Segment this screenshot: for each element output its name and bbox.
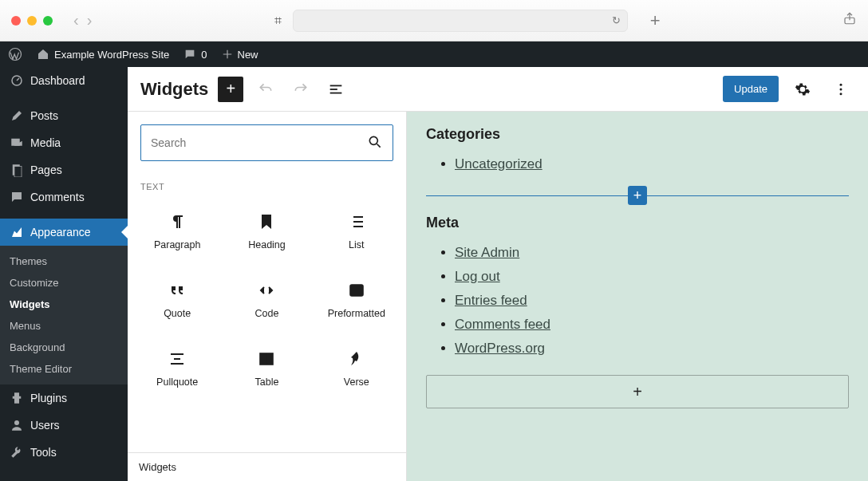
inserter-breadcrumb[interactable]: Widgets <box>128 452 406 481</box>
sidebar-label: Users <box>30 419 60 432</box>
block-inserter: TEXT Paragraph Heading List <box>128 112 407 481</box>
comments-count: 0 <box>201 49 207 61</box>
sidebar-item-plugins[interactable]: Plugins <box>0 384 128 412</box>
sidebar-item-users[interactable]: Users <box>0 412 128 439</box>
sidebar-item-pages[interactable]: Pages <box>0 156 128 183</box>
sidebar-item-posts[interactable]: Posts <box>0 102 128 129</box>
link-entries-feed[interactable]: Entries feed <box>455 293 527 308</box>
sidebar-item-tools[interactable]: Tools <box>0 439 128 466</box>
meta-list: Site Admin Log out Entries feed Comments… <box>426 241 849 361</box>
forward-icon[interactable]: › <box>87 11 93 30</box>
bookmark-icon <box>257 212 276 231</box>
new-content-link[interactable]: New <box>222 49 258 61</box>
list-icon <box>347 212 366 231</box>
insert-block-inline-button[interactable]: + <box>628 186 647 205</box>
svg-point-6 <box>14 420 19 425</box>
search-input[interactable] <box>151 136 367 149</box>
search-field-wrapper[interactable] <box>140 124 393 161</box>
submenu-menus[interactable]: Menus <box>0 315 128 337</box>
wp-logo-icon[interactable] <box>8 47 22 61</box>
search-icon <box>367 134 383 152</box>
sidebar-label: Comments <box>30 191 85 203</box>
block-label: Pullquote <box>156 377 198 388</box>
window-controls <box>11 16 53 26</box>
block-code[interactable]: Code <box>222 265 311 333</box>
block-quote[interactable]: Quote <box>132 265 222 333</box>
wp-admin-bar: Example WordPress Site 0 New <box>0 41 868 67</box>
apps-grid-icon[interactable]: ⌗ <box>274 14 282 28</box>
admin-sidebar: Dashboard Posts Media Pages Comments App… <box>0 67 128 481</box>
settings-button[interactable] <box>788 75 817 104</box>
list-item: Entries feed <box>455 289 849 313</box>
update-button[interactable]: Update <box>723 76 779 102</box>
block-label: Table <box>255 377 279 388</box>
minimize-window-icon[interactable] <box>27 16 37 26</box>
sidebar-label: Pages <box>30 164 62 176</box>
browser-chrome: ‹ › ⌗ ↻ + <box>0 0 868 41</box>
more-options-button[interactable] <box>827 75 855 104</box>
widget-heading-categories: Categories <box>426 126 849 143</box>
svg-point-9 <box>840 93 842 95</box>
block-verse[interactable]: Verse <box>312 333 401 402</box>
link-uncategorized[interactable]: Uncategorized <box>455 156 542 172</box>
block-insertion-point: + <box>426 186 849 205</box>
svg-rect-5 <box>14 167 22 178</box>
block-label: Preformatted <box>328 308 385 319</box>
widget-heading-meta: Meta <box>426 215 849 231</box>
block-table[interactable]: Table <box>222 333 311 402</box>
svg-point-7 <box>840 83 842 85</box>
sidebar-label: Tools <box>30 446 57 459</box>
submenu-widgets[interactable]: Widgets <box>0 294 128 315</box>
sidebar-label: Media <box>30 136 61 149</box>
appearance-submenu: Themes Customize Widgets Menus Backgroun… <box>0 246 128 384</box>
site-home-link[interactable]: Example WordPress Site <box>37 48 169 61</box>
sidebar-item-appearance[interactable]: Appearance <box>0 219 128 246</box>
address-bar[interactable]: ↻ <box>293 10 628 32</box>
link-wporg[interactable]: WordPress.org <box>455 341 545 356</box>
categories-list: Uncategorized <box>426 152 849 176</box>
close-window-icon[interactable] <box>11 16 21 26</box>
link-comments-feed[interactable]: Comments feed <box>455 317 550 332</box>
maximize-window-icon[interactable] <box>43 16 53 26</box>
list-view-button[interactable] <box>323 77 349 102</box>
submenu-theme-editor[interactable]: Theme Editor <box>0 358 128 380</box>
sidebar-item-media[interactable]: Media <box>0 129 128 156</box>
share-icon[interactable] <box>842 11 857 30</box>
block-group-label: TEXT <box>128 174 406 196</box>
link-site-admin[interactable]: Site Admin <box>455 245 519 260</box>
block-preformatted[interactable]: Preformatted <box>312 265 401 333</box>
comments-link[interactable]: 0 <box>183 48 207 61</box>
svg-point-8 <box>840 88 842 90</box>
block-list[interactable]: List <box>312 196 401 265</box>
block-label: List <box>349 239 364 250</box>
link-logout[interactable]: Log out <box>455 269 500 284</box>
editor-toolbar: Widgets + Update <box>128 67 868 112</box>
sidebar-label: Dashboard <box>30 74 85 87</box>
block-pullquote[interactable]: Pullquote <box>132 333 222 402</box>
list-item: Log out <box>455 265 849 289</box>
block-label: Code <box>255 308 279 319</box>
block-label: Quote <box>164 308 191 319</box>
list-item: Site Admin <box>455 241 849 265</box>
list-item: Uncategorized <box>455 152 849 176</box>
editor-canvas[interactable]: Categories Uncategorized + Meta Site Adm… <box>407 112 868 481</box>
sidebar-label: Posts <box>30 109 58 122</box>
preformatted-icon <box>347 281 366 300</box>
redo-button[interactable] <box>288 77 314 102</box>
pullquote-icon <box>168 349 187 369</box>
list-item: Comments feed <box>455 313 849 337</box>
submenu-background[interactable]: Background <box>0 337 128 358</box>
reload-icon[interactable]: ↻ <box>612 14 621 26</box>
submenu-customize[interactable]: Customize <box>0 272 128 294</box>
block-grid: Paragraph Heading List Quote <box>128 196 406 402</box>
append-block-button[interactable]: + <box>426 375 849 408</box>
submenu-themes[interactable]: Themes <box>0 250 128 272</box>
back-icon[interactable]: ‹ <box>73 11 79 30</box>
new-tab-icon[interactable]: + <box>650 10 661 31</box>
sidebar-item-comments[interactable]: Comments <box>0 183 128 211</box>
block-paragraph[interactable]: Paragraph <box>132 196 222 265</box>
undo-button[interactable] <box>253 77 278 102</box>
block-heading[interactable]: Heading <box>222 196 311 265</box>
sidebar-item-dashboard[interactable]: Dashboard <box>0 67 128 94</box>
add-block-button[interactable]: + <box>218 77 243 102</box>
